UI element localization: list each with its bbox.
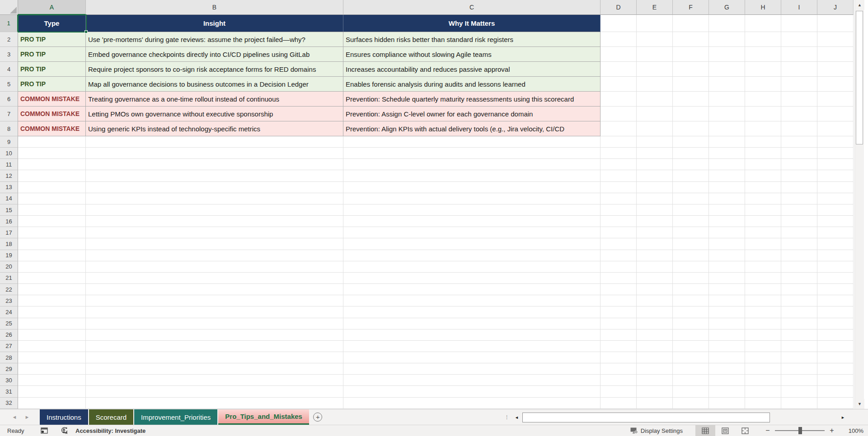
cell[interactable] xyxy=(343,273,601,284)
cell[interactable] xyxy=(709,295,745,306)
why-cell[interactable]: Surfaces hidden risks better than standa… xyxy=(343,32,601,47)
cell[interactable] xyxy=(601,148,637,159)
cell[interactable] xyxy=(18,182,86,193)
cell[interactable] xyxy=(781,306,817,318)
cell[interactable] xyxy=(745,261,781,273)
cell[interactable] xyxy=(781,363,817,375)
cell[interactable] xyxy=(18,238,86,250)
cell[interactable] xyxy=(673,352,709,363)
column-header-F[interactable]: F xyxy=(673,0,709,15)
cell[interactable] xyxy=(781,329,817,341)
cell[interactable] xyxy=(86,295,343,306)
cell[interactable] xyxy=(781,62,817,77)
cell[interactable] xyxy=(637,363,673,375)
cell[interactable] xyxy=(709,375,745,386)
scroll-right-icon[interactable]: ► xyxy=(838,413,848,422)
cell[interactable] xyxy=(18,204,86,216)
macro-record-icon[interactable] xyxy=(41,427,48,434)
cell[interactable] xyxy=(709,193,745,204)
cell[interactable] xyxy=(637,136,673,148)
cell[interactable] xyxy=(709,318,745,329)
cell[interactable] xyxy=(745,386,781,397)
cell[interactable] xyxy=(601,204,637,216)
cell[interactable] xyxy=(673,77,709,92)
cell[interactable] xyxy=(637,77,673,92)
cell[interactable] xyxy=(18,273,86,284)
cell[interactable] xyxy=(637,227,673,238)
cell[interactable] xyxy=(637,398,673,409)
zoom-slider[interactable] xyxy=(775,430,825,431)
cell[interactable] xyxy=(709,306,745,318)
cell[interactable] xyxy=(745,398,781,409)
cell[interactable] xyxy=(745,121,781,136)
cell[interactable] xyxy=(817,47,854,62)
cell[interactable] xyxy=(709,398,745,409)
type-cell[interactable]: PRO TIP xyxy=(18,47,86,62)
cell[interactable] xyxy=(745,318,781,329)
insight-cell[interactable]: Using generic KPIs instead of technology… xyxy=(86,121,343,136)
cell[interactable] xyxy=(781,227,817,238)
cell[interactable] xyxy=(601,284,637,295)
header-cell-why-it-matters[interactable]: Why It Matters xyxy=(343,15,601,32)
cell[interactable] xyxy=(86,329,343,341)
cell[interactable] xyxy=(817,182,854,193)
cell[interactable] xyxy=(673,329,709,341)
row-header-18[interactable]: 18 xyxy=(0,238,18,250)
cell[interactable] xyxy=(673,363,709,375)
cell[interactable] xyxy=(86,318,343,329)
cell[interactable] xyxy=(601,77,637,92)
cell[interactable] xyxy=(817,329,854,341)
cell[interactable] xyxy=(673,15,709,32)
cell[interactable] xyxy=(601,182,637,193)
type-cell[interactable]: PRO TIP xyxy=(18,62,86,77)
cell[interactable] xyxy=(781,121,817,136)
cell[interactable] xyxy=(601,216,637,227)
type-cell[interactable]: COMMON MISTAKE xyxy=(18,107,86,121)
cell[interactable] xyxy=(343,318,601,329)
cell[interactable] xyxy=(18,227,86,238)
cell[interactable] xyxy=(673,193,709,204)
row-header-3[interactable]: 3 xyxy=(0,47,18,62)
cell[interactable] xyxy=(709,352,745,363)
cell[interactable] xyxy=(86,375,343,386)
row-header-2[interactable]: 2 xyxy=(0,32,18,47)
cell[interactable] xyxy=(745,284,781,295)
cell[interactable] xyxy=(709,136,745,148)
cell[interactable] xyxy=(709,273,745,284)
cell[interactable] xyxy=(673,121,709,136)
cell[interactable] xyxy=(637,92,673,107)
cell[interactable] xyxy=(86,204,343,216)
cell[interactable] xyxy=(18,398,86,409)
cell[interactable] xyxy=(637,284,673,295)
cell[interactable] xyxy=(18,193,86,204)
cell[interactable] xyxy=(86,363,343,375)
cell[interactable] xyxy=(817,15,854,32)
sheet-nav-right-icon[interactable]: ► xyxy=(21,409,33,425)
cell[interactable] xyxy=(673,375,709,386)
row-header-20[interactable]: 20 xyxy=(0,261,18,273)
cell[interactable] xyxy=(86,182,343,193)
cell[interactable] xyxy=(601,62,637,77)
cell[interactable] xyxy=(86,386,343,397)
cell[interactable] xyxy=(817,92,854,107)
sheet-tab-improvement_priorities[interactable]: Improvement_Priorities xyxy=(134,409,217,425)
cell[interactable] xyxy=(601,15,637,32)
cell[interactable] xyxy=(745,159,781,170)
row-header-27[interactable]: 27 xyxy=(0,341,18,352)
horizontal-scrollbar-thumb[interactable] xyxy=(522,413,770,422)
cell[interactable] xyxy=(343,306,601,318)
cell[interactable] xyxy=(745,273,781,284)
cell[interactable] xyxy=(817,375,854,386)
cell[interactable] xyxy=(343,261,601,273)
insight-cell[interactable]: Require project sponsors to co-sign risk… xyxy=(86,62,343,77)
sheet-nav-left-icon[interactable]: ◄ xyxy=(8,409,21,425)
cell[interactable] xyxy=(709,341,745,352)
row-header-21[interactable]: 21 xyxy=(0,273,18,284)
cell[interactable] xyxy=(637,261,673,273)
row-header-10[interactable]: 10 xyxy=(0,148,18,159)
cell[interactable] xyxy=(745,148,781,159)
sheet-tab-scorecard[interactable]: Scorecard xyxy=(89,409,133,425)
cell[interactable] xyxy=(343,363,601,375)
cell[interactable] xyxy=(601,306,637,318)
cell[interactable] xyxy=(343,204,601,216)
